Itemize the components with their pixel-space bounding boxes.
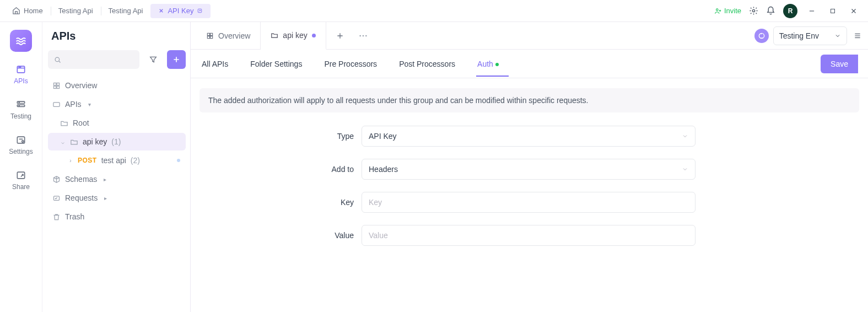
sidebar-item-label: Requests	[65, 193, 98, 202]
svg-point-6	[20, 67, 21, 67]
sidebar-item-root[interactable]: Root	[48, 114, 186, 132]
api-icon	[52, 100, 61, 109]
svg-rect-3	[831, 9, 835, 13]
sidebar-item-schemas[interactable]: Schemas ▸	[48, 170, 186, 188]
filter-button[interactable]	[144, 50, 163, 69]
left-rail: APIs Testing Settings Share	[0, 22, 42, 312]
content-tab-label: Overview	[218, 31, 250, 40]
plus-icon	[172, 55, 181, 64]
chevron-right-icon[interactable]: ›	[68, 158, 73, 164]
info-banner: The added authorization will apply to al…	[200, 88, 859, 112]
top-tab-testing-api-2[interactable]: Testing Api	[101, 3, 151, 19]
avatar-initial: R	[788, 7, 793, 15]
value-input[interactable]	[369, 231, 688, 240]
search-input[interactable]	[48, 50, 139, 69]
save-label: Save	[831, 60, 848, 68]
sidebar-item-label: Root	[73, 119, 89, 127]
subnav-all-apis[interactable]: All APIs	[201, 52, 229, 76]
sidebar-item-requests[interactable]: Requests ▸	[48, 189, 186, 207]
popout-icon[interactable]	[197, 8, 203, 14]
top-tab-label: Testing Api	[58, 7, 93, 15]
cube-icon	[52, 175, 61, 184]
avatar[interactable]: R	[783, 4, 797, 18]
svg-point-2	[752, 9, 754, 12]
subnav-pre-processors[interactable]: Pre Processors	[323, 52, 378, 76]
status-dot-icon	[495, 63, 499, 66]
rail-item-testing[interactable]: Testing	[0, 97, 42, 122]
key-input[interactable]	[369, 198, 688, 207]
svg-rect-16	[57, 83, 59, 85]
top-tab-home[interactable]: Home	[4, 3, 51, 19]
auth-type-select[interactable]: API Key	[362, 126, 696, 147]
rail-item-apis[interactable]: APIs	[0, 62, 42, 87]
sidebar-item-overview[interactable]: Overview	[48, 77, 186, 94]
subnav-label: Auth	[477, 60, 493, 68]
rail-item-label: APIs	[14, 77, 28, 85]
chevron-down-icon	[682, 166, 688, 173]
svg-rect-15	[54, 83, 56, 85]
subnav-auth[interactable]: Auth	[476, 52, 500, 76]
save-button[interactable]: Save	[821, 55, 858, 73]
panel-toggle-button[interactable]	[851, 32, 864, 40]
select-value: API Key	[369, 132, 397, 141]
filter-icon	[149, 55, 158, 64]
folder-icon	[271, 31, 278, 39]
content-tab-api-key[interactable]: api key	[261, 22, 326, 50]
svg-point-1	[716, 8, 718, 10]
content-tab-bar: Overview api key	[191, 22, 868, 50]
rail-item-share[interactable]: Share	[0, 168, 42, 193]
svg-rect-23	[207, 36, 209, 38]
subnav-label: All APIs	[202, 60, 228, 68]
chevron-down-icon	[682, 133, 688, 139]
sidebar-item-trash[interactable]: Trash	[48, 208, 186, 225]
rail-item-label: Settings	[9, 148, 33, 155]
trash-icon	[52, 213, 61, 221]
svg-point-27	[365, 35, 367, 36]
invite-button[interactable]: Invite	[714, 7, 741, 15]
folder-icon	[60, 119, 68, 127]
sidebar-item-api-key[interactable]: ⌵ api key (1)	[48, 133, 186, 150]
rail-item-settings[interactable]: Settings	[0, 132, 42, 158]
sidebar-item-test-api[interactable]: › POST test api (2)	[48, 152, 186, 169]
value-label: Value	[310, 231, 354, 240]
type-label: Type	[310, 132, 354, 141]
window-maximize-button[interactable]	[826, 4, 839, 18]
value-input-wrap	[362, 225, 696, 246]
close-icon[interactable]	[158, 8, 164, 14]
svg-point-12	[22, 141, 24, 142]
home-icon	[12, 7, 20, 15]
item-count: (2)	[131, 156, 140, 165]
add-button[interactable]	[167, 50, 186, 69]
subnav-folder-settings[interactable]: Folder Settings	[249, 52, 303, 76]
sidebar-item-label: Overview	[65, 81, 97, 90]
sidebar-item-apis[interactable]: APIs ▾	[48, 95, 186, 113]
chevron-right-icon: ▸	[104, 195, 107, 201]
tab-more-button[interactable]	[354, 35, 373, 37]
env-refresh-icon[interactable]	[754, 29, 769, 43]
top-tab-api-key[interactable]: API Key	[150, 4, 211, 18]
window-close-button[interactable]	[847, 4, 860, 18]
user-plus-icon	[714, 7, 722, 15]
subnav-post-processors[interactable]: Post Processors	[398, 52, 456, 76]
key-input-wrap	[362, 192, 696, 213]
app-logo[interactable]	[10, 30, 32, 52]
bell-icon[interactable]	[766, 6, 775, 15]
environment-select[interactable]: Testing Env	[773, 26, 847, 45]
new-tab-button[interactable]	[331, 31, 349, 40]
testing-icon	[15, 99, 26, 110]
add-to-select[interactable]: Headers	[362, 159, 696, 180]
chevron-down-icon[interactable]: ⌵	[60, 139, 66, 145]
settings-icon	[15, 135, 26, 146]
http-method-badge: POST	[78, 157, 97, 164]
content-tab-overview[interactable]: Overview	[196, 22, 261, 49]
top-tab-testing-api-1[interactable]: Testing Api	[51, 3, 101, 19]
chevron-right-icon: ▸	[104, 176, 106, 182]
window-minimize-button[interactable]	[805, 4, 818, 18]
svg-rect-18	[57, 86, 59, 88]
add-to-label: Add to	[310, 165, 354, 174]
apis-icon	[15, 64, 26, 75]
content-tab-label: api key	[283, 31, 307, 40]
window-tab-bar: Home Testing Api Testing Api API Key	[0, 0, 868, 22]
svg-rect-21	[207, 33, 209, 35]
gear-icon[interactable]	[749, 6, 758, 15]
